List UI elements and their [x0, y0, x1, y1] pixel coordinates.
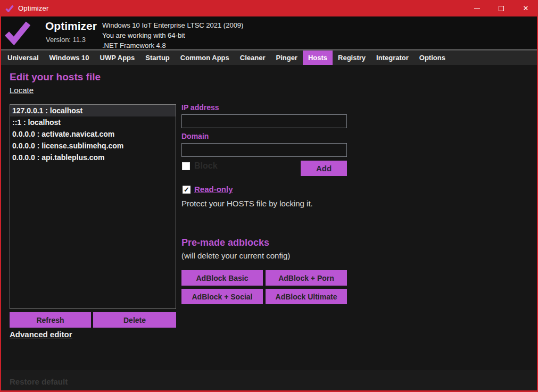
- host-list-item[interactable]: ::1 : localhost: [10, 116, 176, 128]
- ip-address-input[interactable]: [181, 114, 347, 128]
- host-list-item[interactable]: 0.0.0.0 : api.tableplus.com: [10, 152, 176, 163]
- tab-uwp-apps[interactable]: UWP Apps: [95, 51, 140, 65]
- ip-address-label: IP address: [181, 103, 219, 112]
- window-controls: ✕: [465, 0, 538, 16]
- adblock-basic-button[interactable]: AdBlock Basic: [181, 270, 263, 286]
- add-button[interactable]: Add: [301, 161, 347, 176]
- maximize-button[interactable]: [489, 0, 514, 16]
- tab-pinger[interactable]: Pinger: [270, 51, 302, 65]
- hosts-listbox[interactable]: 127.0.0.1 : localhost ::1 : localhost 0.…: [10, 104, 176, 309]
- delete-button[interactable]: Delete: [93, 312, 176, 328]
- block-checkbox-label[interactable]: Block: [194, 161, 218, 171]
- footer-bar: Restore default: [0, 370, 538, 392]
- tab-registry[interactable]: Registry: [333, 51, 371, 65]
- tab-windows-10[interactable]: Windows 10: [44, 51, 95, 65]
- adblocks-heading: Pre-made adblocks: [181, 237, 269, 248]
- optimizer-window: Optimizer ✕ Optimizer Version: 11.3 Wind…: [0, 0, 538, 392]
- close-button[interactable]: ✕: [514, 0, 538, 16]
- tab-options[interactable]: Options: [414, 51, 451, 65]
- tab-common-apps[interactable]: Common Apps: [175, 51, 235, 65]
- host-list-item[interactable]: 0.0.0.0 : activate.navicat.com: [10, 128, 176, 140]
- system-info: Windows 10 IoT Enterprise LTSC 2021 (200…: [102, 20, 243, 51]
- titlebar: Optimizer ✕: [0, 0, 538, 16]
- app-name: Optimizer: [45, 20, 97, 32]
- system-info-arch: You are working with 64-bit: [102, 30, 243, 40]
- minimize-button[interactable]: [465, 0, 489, 16]
- advanced-editor-link[interactable]: Advanced editor: [10, 330, 72, 339]
- readonly-checkbox[interactable]: ✓: [183, 186, 191, 194]
- system-info-os: Windows 10 IoT Enterprise LTSC 2021 (200…: [102, 20, 243, 30]
- readonly-description: Protect your HOSTS file by locking it.: [181, 199, 313, 208]
- app-logo-large-check-icon: [5, 20, 30, 47]
- refresh-button[interactable]: Refresh: [10, 312, 91, 328]
- host-list-item[interactable]: 127.0.0.1 : localhost: [10, 105, 176, 116]
- checkmark-icon: ✓: [184, 186, 189, 193]
- readonly-checkbox-label[interactable]: Read-only: [194, 185, 233, 194]
- tab-strip: Universal Windows 10 UWP Apps Startup Co…: [0, 51, 538, 65]
- maximize-icon: [499, 6, 504, 11]
- tab-integrator[interactable]: Integrator: [371, 51, 414, 65]
- app-version: Version: 11.3: [46, 36, 86, 44]
- close-icon: ✕: [523, 5, 529, 12]
- host-list-item[interactable]: 0.0.0.0 : license.sublimehq.com: [10, 140, 176, 152]
- block-checkbox[interactable]: [182, 162, 190, 170]
- adblock-porn-button[interactable]: AdBlock + Porn: [266, 270, 347, 286]
- titlebar-title: Optimizer: [18, 4, 48, 12]
- locate-link[interactable]: Locate: [10, 86, 34, 95]
- adblock-social-button[interactable]: AdBlock + Social: [181, 289, 263, 304]
- adblocks-subheading: (will delete your current config): [181, 251, 290, 260]
- tab-startup[interactable]: Startup: [140, 51, 175, 65]
- domain-input[interactable]: [181, 143, 347, 157]
- app-logo-check-icon: [5, 5, 14, 12]
- adblock-ultimate-button[interactable]: AdBlock Ultimate: [266, 289, 347, 304]
- restore-default-button[interactable]: Restore default: [10, 377, 68, 386]
- tab-cleaner[interactable]: Cleaner: [235, 51, 271, 65]
- app-header: Optimizer Version: 11.3 Windows 10 IoT E…: [0, 16, 538, 49]
- domain-label: Domain: [181, 132, 209, 140]
- tab-universal[interactable]: Universal: [2, 51, 44, 65]
- tab-hosts[interactable]: Hosts: [303, 51, 333, 65]
- page-title: Edit your hosts file: [10, 71, 101, 83]
- minimize-icon: [474, 8, 480, 9]
